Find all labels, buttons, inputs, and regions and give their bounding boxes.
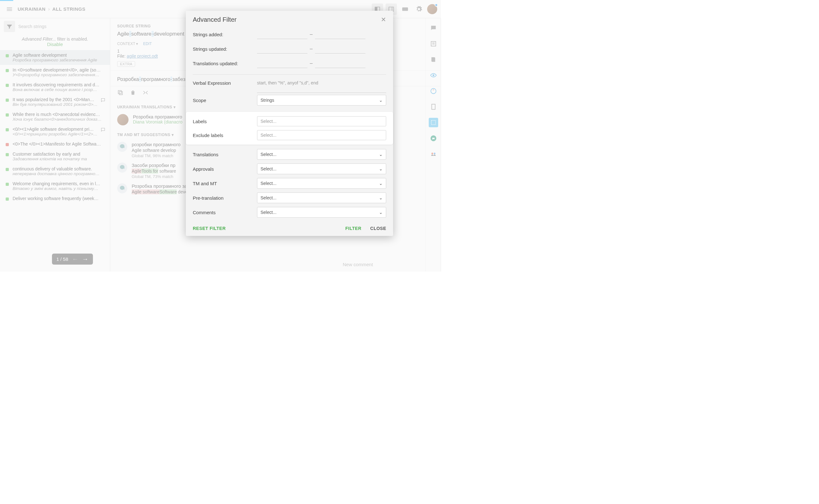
list-item[interactable]: While there is much <0>anecdotal evidenc… xyxy=(0,109,110,124)
list-item[interactable]: <0>The </0><1>Manifesto for Agile Softwa… xyxy=(0,139,110,149)
status-badge xyxy=(6,153,9,156)
crumb-section[interactable]: ALL STRINGS xyxy=(52,6,85,12)
list-item[interactable]: In <0>software development</0>, agile (s… xyxy=(0,65,110,80)
extra-chip[interactable]: EXTRA xyxy=(117,61,135,67)
status-badge xyxy=(6,128,9,131)
status-badge xyxy=(6,183,9,186)
status-badge xyxy=(6,69,9,72)
advanced-filter-modal: Advanced Filter ✕ Strings added: – Strin… xyxy=(186,11,393,236)
svg-rect-6 xyxy=(119,92,123,95)
list-item-source: It involves discovering requirements and… xyxy=(13,82,106,87)
status-badge xyxy=(6,168,9,171)
list-item[interactable]: It was popularized by the 2001 <0>Man…Ві… xyxy=(0,95,110,109)
translations-updated-to-input[interactable] xyxy=(315,59,365,68)
chat-support-icon[interactable] xyxy=(429,134,438,143)
translator-name[interactable]: Diana Voroniak (dianacro xyxy=(133,119,182,124)
refresh-icon[interactable] xyxy=(429,86,438,96)
menu-icon[interactable] xyxy=(4,3,15,15)
pager: 1 / 58 ← → xyxy=(52,254,93,265)
file-link[interactable]: agile project.odt xyxy=(127,54,158,59)
glossary-icon[interactable] xyxy=(429,55,438,64)
list-item[interactable]: It involves discovering requirements and… xyxy=(0,80,110,95)
filter-button[interactable]: FILTER xyxy=(345,226,361,231)
list-item-translation: <0/><1>принципи розробки Agile</1><2>… xyxy=(13,132,106,136)
comments-label: Comments xyxy=(193,210,257,215)
context-label[interactable]: CONTEXT ▾ xyxy=(117,42,138,46)
info-icon[interactable] xyxy=(429,39,438,49)
pager-prev-icon[interactable]: ← xyxy=(72,255,78,263)
strings-updated-label: Strings updated: xyxy=(193,46,257,52)
strings-updated-to-input[interactable] xyxy=(315,44,365,54)
labels-highlight-section: Labels Select... Exclude labels Select..… xyxy=(186,112,393,145)
list-item-source: <0>The </0><1>Manifesto for Agile Softwa… xyxy=(13,141,106,146)
strings-updated-from-input[interactable] xyxy=(257,44,307,54)
svg-point-11 xyxy=(431,89,436,94)
suggestion-meta: Global TM, 73% match xyxy=(132,174,176,179)
gear-icon[interactable] xyxy=(413,3,425,15)
labels-select[interactable]: Select... xyxy=(257,116,386,126)
tm-mt-select[interactable]: Select...⌄ xyxy=(257,178,386,189)
screenshot-icon[interactable] xyxy=(429,118,438,127)
existing-translation[interactable]: Розробка програмного xyxy=(133,114,182,119)
keyboard-icon[interactable] xyxy=(399,3,411,15)
approvals-select[interactable]: Select...⌄ xyxy=(257,163,386,174)
list-item-source: While there is much <0>anecdotal evidenc… xyxy=(13,112,106,117)
list-item-translation: Хоча існує багато<0>анекдотичних доказ… xyxy=(13,117,106,122)
ruler-icon[interactable] xyxy=(429,102,438,112)
pretranslation-select[interactable]: Select...⌄ xyxy=(257,192,386,203)
new-comment-input[interactable]: New comment xyxy=(343,262,420,267)
exclude-labels-label: Exclude labels xyxy=(193,133,257,138)
breadcrumb: UKRAINIAN › ALL STRINGS xyxy=(18,6,85,12)
svg-rect-4 xyxy=(402,7,408,11)
crumb-language[interactable]: UKRAINIAN xyxy=(18,6,46,12)
tm-suggestions-label[interactable]: TM AND MT SUGGESTIONS ▾ xyxy=(117,133,174,137)
copy-source-icon[interactable] xyxy=(117,89,123,97)
modal-title: Advanced Filter xyxy=(193,16,237,23)
translations-label: Translations xyxy=(193,152,257,157)
list-item[interactable]: Customer satisfaction by early andЗадово… xyxy=(0,149,110,164)
list-item-source: Agile software development xyxy=(13,53,106,58)
status-badge xyxy=(6,113,9,117)
list-item[interactable]: Agile software developmentРозробка прогр… xyxy=(0,50,110,65)
list-item-source: Welcome changing requirements, even in l… xyxy=(13,181,106,186)
scope-label: Scope xyxy=(193,98,257,103)
status-badge xyxy=(6,84,9,87)
list-item[interactable]: Deliver working software frequently (wee… xyxy=(0,193,110,203)
community-icon[interactable] xyxy=(429,149,438,159)
close-button[interactable]: CLOSE xyxy=(370,226,386,231)
list-item-translation: Вітаємо у зміні вимог, навіть у пізньому… xyxy=(13,186,106,191)
chevron-right-icon: › xyxy=(48,6,50,12)
filter-icon[interactable] xyxy=(4,21,15,32)
edit-link[interactable]: EDIT xyxy=(143,42,152,46)
exclude-labels-select[interactable]: Select... xyxy=(257,130,386,140)
verbal-expression-input[interactable] xyxy=(257,80,386,93)
translations-select[interactable]: Select...⌄ xyxy=(257,149,386,160)
suggestion-text: Засоби розробки пр xyxy=(132,163,176,168)
comments-icon[interactable] xyxy=(429,23,438,33)
preview-icon[interactable] xyxy=(429,71,438,80)
translations-updated-from-input[interactable] xyxy=(257,59,307,68)
list-item-translation: неперервна доставка цінного програмно… xyxy=(13,171,106,176)
list-item[interactable]: <0/><1>Agile software development pri…<0… xyxy=(0,124,110,139)
comments-select[interactable]: Select...⌄ xyxy=(257,207,386,218)
pager-next-icon[interactable]: → xyxy=(82,255,89,263)
close-icon[interactable]: ✕ xyxy=(381,16,386,23)
reset-filter-button[interactable]: RESET FILTER xyxy=(193,226,226,231)
strings-added-from-input[interactable] xyxy=(257,30,307,39)
strings-added-to-input[interactable] xyxy=(315,30,365,39)
disable-filter-link[interactable]: Disable xyxy=(3,42,107,47)
filter-name: Advanced Filter... xyxy=(22,37,56,42)
scope-select[interactable]: Strings⌄ xyxy=(257,95,386,106)
list-item-source: <0/><1>Agile software development pri… xyxy=(13,127,106,132)
list-item[interactable]: continuous delivery of valuable software… xyxy=(0,164,110,179)
search-input[interactable] xyxy=(18,21,106,32)
avatar[interactable] xyxy=(427,4,437,14)
status-badge xyxy=(6,99,9,102)
ukrainian-translations-label[interactable]: UKRAINIAN TRANSLATIONS ▾ xyxy=(117,105,175,109)
delete-icon[interactable] xyxy=(130,89,136,97)
right-rail xyxy=(425,18,441,272)
translator-avatar[interactable] xyxy=(117,114,129,125)
list-item-translation: Розробка програмного забезпечення Agile xyxy=(13,58,106,62)
list-item[interactable]: Welcome changing requirements, even in l… xyxy=(0,179,110,193)
tags-icon[interactable] xyxy=(142,89,149,97)
